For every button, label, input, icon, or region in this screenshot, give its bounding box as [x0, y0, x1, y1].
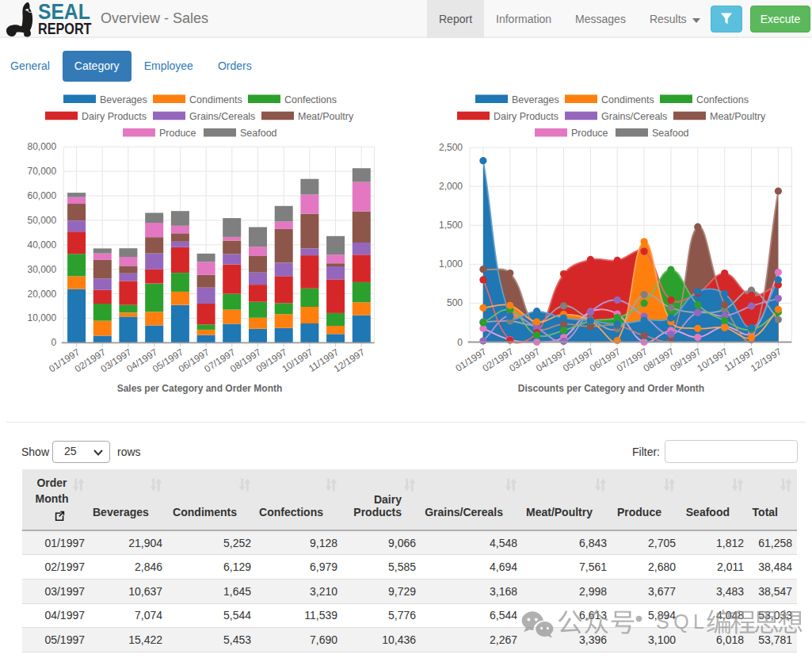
svg-text:40,000: 40,000: [27, 239, 56, 251]
svg-text:80,000: 80,000: [27, 141, 56, 152]
svg-text:Dairy Products: Dairy Products: [82, 111, 147, 122]
svg-text:10/1997: 10/1997: [695, 346, 730, 374]
svg-text:Meat/Poultry: Meat/Poultry: [710, 111, 766, 122]
svg-text:Sales per Category and Order M: Sales per Category and Order Month: [117, 383, 283, 394]
svg-text:REPORT: REPORT: [38, 19, 92, 37]
svg-text:Grains/Cereals: Grains/Cereals: [189, 111, 255, 122]
svg-text:Discounts per Category and Ord: Discounts per Category and Order Month: [518, 383, 704, 394]
svg-text:Condiments: Condiments: [189, 94, 242, 105]
svg-text:Produce: Produce: [159, 128, 196, 139]
svg-text:20,000: 20,000: [27, 289, 56, 300]
svg-text:12/1997: 12/1997: [749, 346, 783, 374]
svg-text:Beverages: Beverages: [512, 94, 559, 105]
svg-text:Confections: Confections: [284, 94, 337, 105]
svg-text:Beverages: Beverages: [100, 94, 147, 105]
svg-text:1,000: 1,000: [439, 258, 463, 270]
svg-text:30,000: 30,000: [27, 264, 56, 275]
svg-text:10,000: 10,000: [27, 312, 56, 323]
svg-text:Grains/Cereals: Grains/Cereals: [601, 111, 667, 122]
svg-text:Seafood: Seafood: [240, 128, 277, 139]
svg-text:0: 0: [51, 337, 57, 348]
svg-text:1,500: 1,500: [439, 220, 463, 231]
svg-text:Confections: Confections: [696, 94, 749, 105]
svg-text:Produce: Produce: [571, 128, 608, 139]
svg-text:Condiments: Condiments: [601, 94, 654, 105]
svg-text:Seafood: Seafood: [652, 128, 689, 139]
svg-text:0: 0: [457, 337, 463, 348]
svg-text:SQL: SQL: [656, 610, 709, 633]
svg-text:2,000: 2,000: [439, 181, 463, 192]
svg-text:60,000: 60,000: [27, 190, 56, 201]
svg-text:2,500: 2,500: [439, 142, 463, 153]
svg-text:Dairy Products: Dairy Products: [494, 111, 558, 122]
svg-text:500: 500: [447, 297, 463, 308]
svg-text:50,000: 50,000: [27, 215, 56, 226]
svg-text:Meat/Poultry: Meat/Poultry: [298, 111, 354, 122]
svg-text:70,000: 70,000: [27, 166, 56, 177]
